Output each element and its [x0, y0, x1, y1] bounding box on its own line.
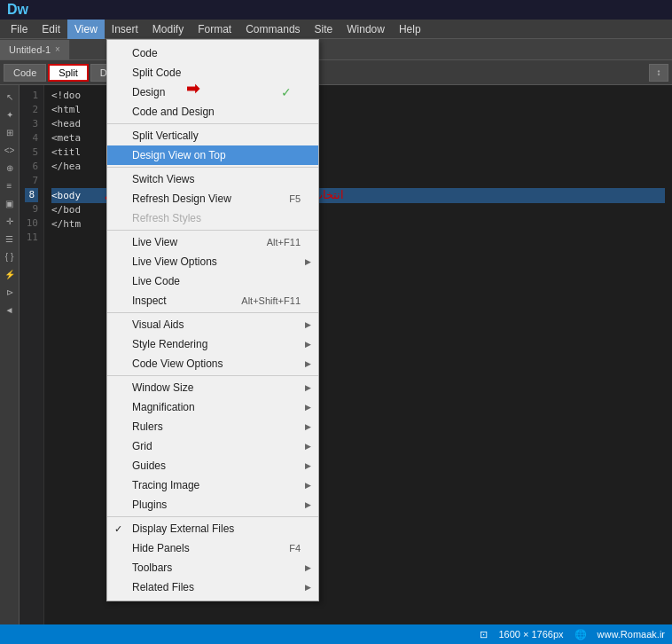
split-button[interactable]: Split: [48, 64, 88, 82]
menu-window[interactable]: Window: [340, 20, 392, 39]
left-sidebar: ↖ ✦ ⊞ <> ⊕ ≡ ▣ ✛ ☰ { } ⚡ ⊳ ◄: [0, 85, 20, 624]
menu-item-tracing-image[interactable]: Tracing Image: [107, 475, 318, 495]
pointer-icon[interactable]: ↖: [2, 89, 18, 105]
menu-item-style-rendering[interactable]: Style Rendering: [107, 334, 318, 354]
menu-section-refresh: Switch Views Refresh Design View F5 Refr…: [107, 168, 318, 231]
menu-item-live-code[interactable]: Live Code: [107, 271, 318, 291]
status-right: ⊡ 1600 × 1766px 🌐 www.Romaak.ir: [480, 629, 665, 640]
menu-item-plugins[interactable]: Plugins: [107, 495, 318, 514]
star-icon[interactable]: ✦: [2, 106, 18, 122]
menu-edit[interactable]: Edit: [35, 20, 67, 39]
menu-item-magnification[interactable]: Magnification: [107, 397, 318, 417]
menu-insert[interactable]: Insert: [105, 20, 145, 39]
layout-icon[interactable]: ⊞: [2, 124, 18, 140]
expand-icon[interactable]: ⊕: [2, 160, 18, 176]
page-icon: ⊡: [480, 629, 488, 640]
menu-section-split: Split Vertically Design View on Top: [107, 124, 318, 168]
menu-item-hide-panels[interactable]: Hide Panels F4: [107, 538, 318, 558]
menu-section-panels: ✓ Display External Files Hide Panels F4 …: [107, 517, 318, 599]
menu-item-code-and-design[interactable]: Code and Design: [107, 102, 318, 122]
menu-item-display-external[interactable]: ✓ Display External Files: [107, 519, 318, 538]
menu-item-design-view-on-top[interactable]: Design View on Top: [107, 145, 318, 165]
menu-help[interactable]: Help: [392, 20, 428, 39]
menu-item-window-size[interactable]: Window Size: [107, 378, 318, 397]
menu-section-views: Code Split Code Design ✓ Code and Design: [107, 42, 318, 124]
script-icon[interactable]: ⚡: [2, 266, 18, 282]
website-url: www.Romaak.ir: [598, 629, 665, 640]
sort-icon[interactable]: ↕: [649, 64, 668, 82]
menu-item-split-code[interactable]: Split Code: [107, 63, 318, 82]
tag-icon[interactable]: <>: [2, 142, 18, 158]
menu-section-view-tools: Window Size Magnification Rulers Grid Gu…: [107, 376, 318, 517]
title-bar: Dw: [0, 0, 672, 20]
check-display-external: ✓: [114, 523, 122, 535]
menu-site[interactable]: Site: [308, 20, 340, 39]
menu-item-related-files[interactable]: Related Files: [107, 577, 318, 597]
menu-item-rulers[interactable]: Rulers: [107, 417, 318, 436]
menu-item-refresh-styles: Refresh Styles: [107, 208, 318, 228]
menu-view[interactable]: View: [67, 20, 105, 39]
menu-item-switch-views[interactable]: Switch Views: [107, 169, 318, 189]
menu-item-split-vertically[interactable]: Split Vertically: [107, 126, 318, 145]
menu-item-toolbars[interactable]: Toolbars: [107, 558, 318, 577]
shortcut-f5: F5: [271, 193, 301, 204]
menu-item-design[interactable]: Design ✓: [107, 82, 318, 102]
code-button[interactable]: Code: [4, 64, 46, 82]
menu-item-visual-aids[interactable]: Visual Aids: [107, 315, 318, 334]
bracket-icon[interactable]: { }: [2, 248, 18, 264]
dw-logo: Dw: [7, 2, 28, 18]
menu-bar: File Edit View Insert Modify Format Comm…: [0, 20, 672, 39]
list-icon[interactable]: ☰: [2, 231, 18, 247]
view-dropdown-menu: Code Split Code Design ✓ Code and Design…: [106, 39, 319, 601]
shortcut-hide-panels: F4: [271, 543, 301, 554]
menu-commands[interactable]: Commands: [238, 20, 307, 39]
menu-item-live-view-options[interactable]: Live View Options: [107, 252, 318, 271]
menu-file[interactable]: File: [4, 20, 35, 39]
toolbar: Code Split D ↕: [0, 60, 672, 85]
shortcut-inspect: Alt+Shift+F11: [223, 295, 301, 306]
menu-item-live-view[interactable]: Live View Alt+F11: [107, 232, 318, 252]
indent-icon[interactable]: ≡: [2, 177, 18, 193]
document-tab[interactable]: Untitled-1 ×: [0, 40, 70, 59]
menu-item-grid[interactable]: Grid: [107, 436, 318, 456]
menu-item-refresh-design[interactable]: Refresh Design View F5: [107, 189, 318, 208]
menu-item-guides[interactable]: Guides: [107, 456, 318, 475]
status-bar: ⊡ 1600 × 1766px 🌐 www.Romaak.ir: [0, 624, 672, 644]
line-numbers: 1 2 3 4 5 6 7 8 9 10 11: [20, 85, 44, 624]
shortcut-live-view: Alt+F11: [249, 237, 301, 247]
menu-item-inspect[interactable]: Inspect Alt+Shift+F11: [107, 291, 318, 310]
menu-modify[interactable]: Modify: [145, 20, 191, 39]
website-logo: 🌐: [574, 629, 587, 640]
main-area: ↖ ✦ ⊞ <> ⊕ ≡ ▣ ✛ ☰ { } ⚡ ⊳ ◄ 1 2 3 4 5 6…: [0, 85, 672, 624]
resolution-display: 1600 × 1766px: [498, 629, 563, 640]
menu-section-live: Live View Alt+F11 Live View Options Live…: [107, 231, 318, 313]
menu-section-aids: Visual Aids Style Rendering Code View Op…: [107, 313, 318, 376]
tab-close[interactable]: ×: [55, 44, 60, 54]
tab-label: Untitled-1: [9, 44, 51, 55]
image-icon[interactable]: ▣: [2, 195, 18, 211]
menu-item-code[interactable]: Code: [107, 43, 318, 63]
menu-format[interactable]: Format: [191, 20, 238, 39]
insert-icon[interactable]: ⊳: [2, 284, 18, 300]
menu-item-code-view-options[interactable]: Code View Options: [107, 354, 318, 373]
move-icon[interactable]: ✛: [2, 213, 18, 229]
arrow-left-icon[interactable]: ◄: [2, 302, 18, 318]
arrow-indicator: ➡: [186, 79, 199, 98]
tab-bar: Untitled-1 ×: [0, 39, 672, 60]
